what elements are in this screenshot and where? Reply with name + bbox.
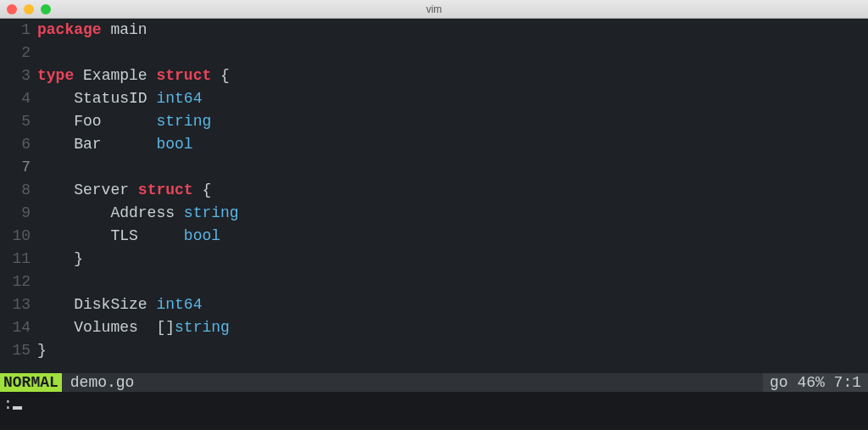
code-line[interactable]: 8 Server struct { <box>0 179 868 202</box>
line-number: 3 <box>0 64 37 87</box>
code-content[interactable]: Foo string <box>37 110 868 133</box>
code-content[interactable]: type Example struct { <box>37 64 868 87</box>
code-content[interactable]: TLS bool <box>37 225 868 248</box>
line-number: 10 <box>0 225 37 248</box>
line-number: 14 <box>0 316 37 339</box>
code-content[interactable]: } <box>37 248 868 271</box>
token <box>102 21 111 38</box>
close-icon[interactable] <box>7 4 17 14</box>
token: Volumes <box>37 319 156 336</box>
line-number: 6 <box>0 133 37 156</box>
code-line[interactable]: 15} <box>0 339 868 362</box>
token: TLS <box>37 227 184 244</box>
code-line[interactable]: 3type Example struct { <box>0 64 868 87</box>
code-content[interactable]: package main <box>37 19 868 42</box>
cursor-icon <box>13 406 22 410</box>
filename-label: demo.go <box>62 373 143 392</box>
token: bool <box>156 136 192 153</box>
token: struct <box>138 181 193 198</box>
traffic-lights <box>7 4 51 14</box>
code-content[interactable]: StatusID int64 <box>37 87 868 110</box>
line-number: 15 <box>0 339 37 362</box>
line-number: 4 <box>0 87 37 110</box>
code-content[interactable] <box>37 271 868 293</box>
code-line[interactable]: 4 StatusID int64 <box>0 87 868 110</box>
token: string <box>184 204 239 221</box>
token <box>147 67 157 84</box>
token: string <box>156 113 211 130</box>
status-spacer <box>142 373 763 392</box>
token: struct <box>156 67 211 84</box>
maximize-icon[interactable] <box>41 4 51 14</box>
code-line[interactable]: 10 TLS bool <box>0 225 868 248</box>
percent-label: 46% <box>797 373 824 392</box>
code-line[interactable]: 14 Volumes []string <box>0 316 868 339</box>
token: StatusID <box>37 90 156 107</box>
code-content[interactable]: DiskSize int64 <box>37 293 868 316</box>
command-line[interactable]: : <box>0 392 868 429</box>
code-line[interactable]: 2 <box>0 42 868 64</box>
code-content[interactable]: Bar bool <box>37 133 868 156</box>
token: string <box>175 319 230 336</box>
token: main <box>110 21 147 38</box>
line-number: 7 <box>0 156 37 179</box>
code-line[interactable]: 13 DiskSize int64 <box>0 293 868 316</box>
code-line[interactable]: 7 <box>0 156 868 179</box>
code-line[interactable]: 9 Address string <box>0 202 868 225</box>
editor-area[interactable]: 1package main23type Example struct {4 St… <box>0 19 868 373</box>
token: type <box>37 67 74 84</box>
token: Example <box>83 67 147 84</box>
status-bar: NORMAL demo.go go 46% 7:1 <box>0 373 868 392</box>
token: bool <box>184 227 220 244</box>
mode-indicator: NORMAL <box>0 373 62 392</box>
line-number: 5 <box>0 110 37 133</box>
token: Bar <box>37 136 156 153</box>
position-label: 7:1 <box>834 373 861 392</box>
code-content[interactable]: Volumes []string <box>37 316 868 339</box>
cmd-prompt: : <box>3 396 13 413</box>
token: { <box>211 67 230 84</box>
file-info: go 46% 7:1 <box>763 373 868 392</box>
window-title: vim <box>0 3 868 15</box>
line-number: 12 <box>0 271 37 293</box>
token: { <box>193 181 212 198</box>
token: [] <box>156 319 175 336</box>
token: Server <box>37 181 138 198</box>
token: int64 <box>156 90 202 107</box>
code-line[interactable]: 11 } <box>0 248 868 271</box>
code-content[interactable]: Address string <box>37 202 868 225</box>
line-number: 13 <box>0 293 37 316</box>
token: } <box>37 342 47 359</box>
code-line[interactable]: 5 Foo string <box>0 110 868 133</box>
code-line[interactable]: 12 <box>0 271 868 293</box>
code-line[interactable]: 1package main <box>0 19 868 42</box>
line-number: 8 <box>0 179 37 202</box>
minimize-icon[interactable] <box>24 4 34 14</box>
code-content[interactable] <box>37 156 868 179</box>
code-line[interactable]: 6 Bar bool <box>0 133 868 156</box>
token: Address <box>37 204 184 221</box>
token: } <box>37 250 83 267</box>
code-content[interactable] <box>37 42 868 64</box>
code-content[interactable]: } <box>37 339 868 362</box>
line-number: 9 <box>0 202 37 225</box>
token: DiskSize <box>37 296 156 313</box>
line-number: 1 <box>0 19 37 42</box>
window-titlebar: vim <box>0 0 868 19</box>
line-number: 2 <box>0 42 37 64</box>
code-content[interactable]: Server struct { <box>37 179 868 202</box>
filetype-label: go <box>770 373 788 392</box>
token: package <box>37 21 102 38</box>
token <box>74 67 83 84</box>
token: int64 <box>156 296 202 313</box>
token: Foo <box>37 113 156 130</box>
line-number: 11 <box>0 248 37 271</box>
